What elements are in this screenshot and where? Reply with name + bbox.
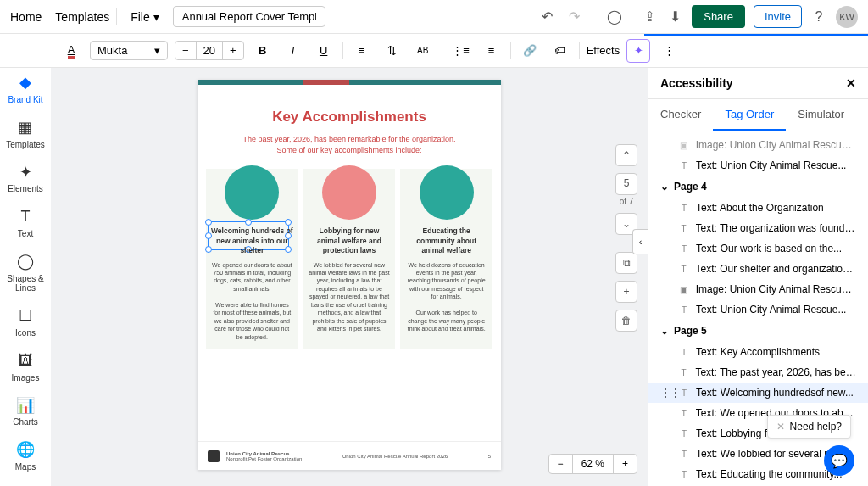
brand-kit-icon: ◆ [19,75,31,92]
invite-button[interactable]: Invite [754,5,802,28]
chat-button[interactable]: 💬 [824,445,854,476]
tag-item[interactable]: TText: Our shelter and organizationi... [648,259,868,279]
footer-logo-icon [208,450,220,462]
tag-item[interactable]: TText: Union City Animal Rescue... [648,299,868,320]
underline-icon[interactable]: U [312,39,336,63]
text-type-icon: T [679,244,689,254]
rail-brand-kit[interactable]: ◆Brand Kit [8,75,42,104]
page-footer: Union City Animal RescueNonprofit Pet Fo… [198,441,501,470]
link-icon[interactable]: 🔗 [518,39,542,63]
nav-templates[interactable]: Templates [55,10,109,24]
font-size-value[interactable]: 20 [196,42,223,59]
add-page-button[interactable]: + [615,281,637,303]
tab-checker[interactable]: Checker [648,99,713,131]
tab-simulator[interactable]: Simulator [786,99,856,131]
rail-images[interactable]: 🖼Images [12,353,40,383]
illustration-3[interactable] [420,165,474,220]
more-icon[interactable]: ⋮ [657,39,681,63]
text-type-icon: T [679,265,689,274]
zoom-out-button[interactable]: − [549,455,572,473]
page[interactable]: Key Accomplishments The past year, 2026,… [198,80,501,470]
rail-elements[interactable]: ✦Elements [8,165,43,194]
document-title-input[interactable] [173,6,326,27]
align-icon[interactable]: ≡ [350,39,374,63]
font-size-stepper[interactable]: − 20 + [175,41,244,60]
undo-icon[interactable]: ↶ [538,8,555,25]
font-select[interactable]: Mukta▾ [90,41,168,60]
tag-page-group[interactable]: ⌄Page 5 [648,320,868,342]
text-icon: T [21,209,31,226]
numbered-icon[interactable]: ≡ [480,39,504,63]
share-button[interactable]: Share [692,5,745,28]
avatar[interactable]: KW [836,6,858,28]
canvas[interactable]: Key Accomplishments The past year, 2026,… [51,68,648,486]
col1-heading[interactable]: Welcoming hundreds of new animals into o… [211,226,293,255]
col3-heading[interactable]: Educating the community about animal wel… [405,226,487,255]
file-menu[interactable]: File▾ [131,10,159,24]
text-type-icon: T [679,224,689,233]
delete-page-button[interactable]: 🗑 [615,310,637,332]
text-type-icon: T [679,388,689,398]
illustration-1[interactable] [225,165,279,220]
prev-page-button[interactable]: ⌃ [615,144,637,166]
collapse-panel-button[interactable]: ‹ [632,229,648,254]
sync-icon[interactable]: ◯ [606,8,623,25]
text-toolbar: A Mukta▾ − 20 + B I U ≡ ⇅ AB ⋮≡ ≡ 🔗 🏷 Ef… [0,34,868,68]
page-title[interactable]: Key Accomplishments [198,109,501,126]
rail-charts[interactable]: 📊Charts [13,398,37,427]
bold-icon[interactable]: B [251,39,275,63]
col2-heading[interactable]: Lobbying for new animal welfare and prot… [309,226,391,255]
increase-size-button[interactable]: + [223,42,243,59]
text-color-icon[interactable]: A [59,39,83,63]
rail-shapes[interactable]: ◯Shapes & Lines [0,254,51,293]
download-icon[interactable]: ⬇ [666,8,683,25]
text-type-icon: T [679,305,689,315]
column-1[interactable]: Welcoming hundreds of new animals into o… [206,169,298,349]
export-icon[interactable]: ⇪ [641,8,658,25]
maps-icon: 🌐 [16,442,35,459]
redo-icon[interactable]: ↷ [565,8,582,25]
column-3[interactable]: Educating the community about animal wel… [400,169,492,349]
rail-maps[interactable]: 🌐Maps [15,442,36,472]
zoom-value[interactable]: 62 % [572,455,614,473]
text-type-icon: T [679,348,689,357]
text-type-icon: T [679,368,689,377]
zoom-control[interactable]: − 62 % + [548,454,637,474]
help-bubble[interactable]: ✕Need help? [767,415,851,439]
text-type-icon: T [679,470,689,479]
decrease-size-button[interactable]: − [175,42,196,59]
tag-item[interactable]: TText: Key Accomplishments [648,342,868,362]
illustration-2[interactable] [322,165,376,220]
ai-sparkle-icon[interactable]: ✦ [626,39,650,63]
rail-icons[interactable]: ☐Icons [15,308,36,338]
zoom-in-button[interactable]: + [614,455,637,473]
chevron-down-icon: ⌄ [660,325,669,337]
drag-handle-icon[interactable]: ⋮⋮ [660,387,672,399]
italic-icon[interactable]: I [281,39,305,63]
page-number[interactable]: 5 [615,173,637,195]
tag-item[interactable]: ▣Image: Union City Animal Rescue:... [648,135,868,155]
tag-item[interactable]: TText: The past year, 2026, has bee... [648,362,868,383]
page-subtitle[interactable]: The past year, 2026, has been remarkable… [198,134,501,155]
close-icon[interactable]: ✕ [776,421,785,433]
tag-item[interactable]: TText: The organization was founde... [648,218,868,238]
tag-item[interactable]: TText: About the Organization [648,198,868,218]
letter-case-icon[interactable]: AB [411,39,435,63]
tab-tag-order[interactable]: Tag Order [713,99,786,131]
effects-button[interactable]: Effects [587,44,620,57]
column-2[interactable]: Lobbying for new animal welfare and prot… [303,169,396,349]
close-icon[interactable]: ✕ [846,76,856,90]
nav-home[interactable]: Home [10,10,42,24]
rail-text[interactable]: TText [18,209,33,238]
tag-item[interactable]: ⋮⋮TText: Welcoming hundredsof new... [648,383,868,403]
help-icon[interactable]: ? [810,8,827,25]
tag-item[interactable]: ▣Image: Union City Animal Rescue:... [648,279,868,299]
tag-item[interactable]: TText: Union City Animal Rescue... [648,155,868,176]
rail-templates[interactable]: ▦Templates [6,120,45,149]
tag-page-group[interactable]: ⌄Page 4 [648,176,868,198]
tag-item[interactable]: TText: Our work is based on the... [648,238,868,259]
copy-page-button[interactable]: ⧉ [615,252,637,274]
tag-icon[interactable]: 🏷 [548,39,572,63]
line-spacing-icon[interactable]: ⇅ [381,39,404,63]
bullets-icon[interactable]: ⋮≡ [449,39,473,63]
